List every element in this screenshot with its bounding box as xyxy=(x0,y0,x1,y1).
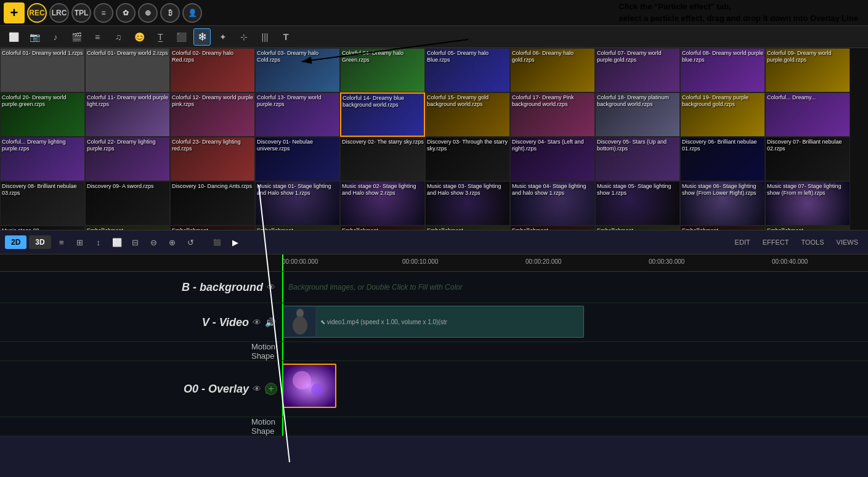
grid-item-4-6[interactable]: Embellishment... xyxy=(510,226,595,230)
grid-item-2-6[interactable]: Discovery 04- Stars (Left and right).rzp… xyxy=(510,137,595,181)
grid-item-1-4[interactable]: Colorful 14- Dreamy blue background worl… xyxy=(340,92,425,137)
grid-item-1-3[interactable]: Colorful 13- Dreamy world purple.rzps xyxy=(255,92,340,137)
tl-btn-square[interactable]: ⬜ xyxy=(109,234,125,250)
video-clip-label: ⬉ video1.mp4 (speed x 1.00, volume x 1.0… xyxy=(317,319,451,325)
mode-2d[interactable]: 2D xyxy=(5,235,26,249)
grid-item-2-2[interactable]: Colorful 23- Dreamy lighting red.rzps xyxy=(170,137,255,181)
grid-item-2-5[interactable]: Discovery 03- Through the starry sky.rzp… xyxy=(425,137,510,181)
hash-button[interactable]: ⊕ xyxy=(138,3,158,23)
grid-item-2-0[interactable]: Colorful... Dreamy lighting purple.rzps xyxy=(0,137,85,181)
track-video-audio[interactable]: 🔊 xyxy=(265,317,275,327)
grid-item-1-2[interactable]: Colorful 12- Dreamy world purple pink.rz… xyxy=(170,92,255,137)
media-btn-video[interactable]: 🎬 xyxy=(68,28,85,46)
media-btn-filter[interactable]: ♫ xyxy=(110,28,127,46)
grid-item-4-4[interactable]: Embellishment... xyxy=(340,226,425,230)
media-btn-monitor[interactable]: ⬜ xyxy=(5,28,22,46)
menu-effect[interactable]: EFFECT xyxy=(758,236,794,248)
add-track-button[interactable]: + xyxy=(265,383,277,395)
grid-item-0-7[interactable]: Colorful 07- Dreamy world purple.gold.rz… xyxy=(595,48,680,92)
grid-item-4-2[interactable]: Embellishment... xyxy=(170,226,255,230)
grid-item-1-8[interactable]: Colorful 19- Dreamy purple background go… xyxy=(680,92,765,137)
grid-item-3-4[interactable]: Music stage 02- Stage lighting and Halo … xyxy=(340,181,425,226)
grid-item-1-9[interactable]: Colorful... Dreamy... xyxy=(765,92,850,137)
rec-button[interactable]: REC xyxy=(27,3,47,23)
add-button[interactable]: + xyxy=(4,2,25,23)
grid-item-0-4[interactable]: Colorful 04- Dreamy halo Green.rzps xyxy=(340,48,425,92)
grid-item-2-8[interactable]: Discovery 06- Brilliant nebulae 01.rzps xyxy=(680,137,765,181)
menu-edit[interactable]: EDIT xyxy=(730,236,755,248)
media-btn-cross[interactable]: ⊹ xyxy=(235,28,253,46)
grid-item-label-2-9: Discovery 07- Brilliant nebulae 02.rzps xyxy=(767,139,850,152)
grid-item-3-9[interactable]: Music stage 07- Stage lighting show (Fro… xyxy=(765,181,850,226)
tl-btn-plus[interactable]: ⊕ xyxy=(164,234,180,250)
tl-btn-split[interactable]: ⊟ xyxy=(128,234,144,250)
grid-item-4-9[interactable]: Embellishment... xyxy=(765,226,850,230)
media-btn-text[interactable]: T̲ xyxy=(152,28,169,46)
grid-item-2-9[interactable]: Discovery 07- Brilliant nebulae 02.rzps xyxy=(765,137,850,181)
grid-item-2-7[interactable]: Discovery 05- Stars (Up and bottom).rzps xyxy=(595,137,680,181)
grid-item-3-1[interactable]: Discovery 09- A sword.rzps xyxy=(85,181,170,226)
grid-item-3-5[interactable]: Music stage 03- Stage lighting and Halo … xyxy=(425,181,510,226)
overlay-clip[interactable]: C xyxy=(282,364,336,408)
grid-item-3-3[interactable]: Music stage 01- Stage lighting and Halo … xyxy=(255,181,340,226)
media-btn-list[interactable]: ≡ xyxy=(89,28,106,46)
grid-item-0-6[interactable]: Colorful 06- Dreamy halo gold.rzps xyxy=(510,48,595,92)
track-overlay-eye[interactable]: 👁 xyxy=(253,384,261,394)
grid-item-4-7[interactable]: Embellishment... xyxy=(595,226,680,230)
grid-item-3-2[interactable]: Discovery 10- Dancing Ants.rzps xyxy=(170,181,255,226)
media-btn-star[interactable]: ✦ xyxy=(214,28,232,46)
grid-item-4-8[interactable]: Embellishment... xyxy=(680,226,765,230)
grid-item-4-0[interactable]: Music stage 08- ... xyxy=(0,226,85,230)
tl-btn-grid[interactable]: ⊞ xyxy=(72,234,88,250)
tl-btn-stop[interactable]: ⬛ xyxy=(209,234,225,250)
user-button[interactable]: 👤 xyxy=(182,3,202,23)
grid-item-2-3[interactable]: Discovery 01- Nebulae universe.rzps xyxy=(255,137,340,181)
tpl-button[interactable]: TPL xyxy=(71,3,91,23)
flower-button[interactable]: ✿ xyxy=(116,3,136,23)
grid-item-2-1[interactable]: Colorful 22- Dreamy lighting purple.rzps xyxy=(85,137,170,181)
grid-item-4-1[interactable]: Embellishment... xyxy=(85,226,170,230)
grid-item-0-9[interactable]: Colorful 09- Dreamy world purple.gold.rz… xyxy=(765,48,850,92)
tl-btn-arrow[interactable]: ↕ xyxy=(91,234,107,250)
tl-btn-list[interactable]: ≡ xyxy=(54,234,70,250)
list-button[interactable]: ≡ xyxy=(94,3,113,23)
grid-item-3-7[interactable]: Music stage 05- Stage lighting show 1.rz… xyxy=(595,181,680,226)
grid-item-2-4[interactable]: Discovery 02- The starry sky.rzps xyxy=(340,137,425,181)
video-clip[interactable]: ⬉ video1.mp4 (speed x 1.00, volume x 1.0… xyxy=(282,306,584,338)
grid-item-1-5[interactable]: Colorful 15- Dreamy gold background worl… xyxy=(425,92,510,137)
grid-item-0-1[interactable]: Colorful 01- Dreamy world 2.rzps xyxy=(85,48,170,92)
menu-tools[interactable]: TOOLS xyxy=(796,236,829,248)
grid-item-1-1[interactable]: Colorful 11- Dreamy world purple light.r… xyxy=(85,92,170,137)
grid-item-3-8[interactable]: Music stage 06- Stage lighting show (Fro… xyxy=(680,181,765,226)
grid-item-4-3[interactable]: Embellishment... xyxy=(255,226,340,230)
grid-item-0-8[interactable]: Colorful 08- Dreamy world purple blue.rz… xyxy=(680,48,765,92)
media-btn-music[interactable]: ♪ xyxy=(47,28,64,46)
grid-item-0-2[interactable]: Colorful 02- Dreamy halo Red.rzps xyxy=(170,48,255,92)
lrc-button[interactable]: LRC xyxy=(49,3,69,23)
grid-item-0-3[interactable]: Colorful 03- Dreamy halo Cold.rzps xyxy=(255,48,340,92)
grid-item-0-0[interactable]: Colorful 01- Dreamy world 1.rzps xyxy=(0,48,85,92)
track-background-eye[interactable]: 👁 xyxy=(267,282,275,292)
track-overlay-name: O0 - Overlay xyxy=(184,383,249,396)
grid-item-1-7[interactable]: Colorful 18- Dreamy platinum background … xyxy=(595,92,680,137)
btc-button[interactable]: ₿ xyxy=(160,3,180,23)
media-btn-bars[interactable]: ||| xyxy=(256,28,274,46)
tl-btn-undo[interactable]: ↺ xyxy=(183,234,199,250)
tl-btn-minus[interactable]: ⊖ xyxy=(146,234,162,250)
grid-item-1-0[interactable]: Colorful 20- Dreamy world purple.green.r… xyxy=(0,92,85,137)
particle-effect-tab[interactable]: ❄ xyxy=(193,28,211,46)
grid-item-4-5[interactable]: Embellishment... xyxy=(425,226,510,230)
media-btn-square[interactable]: ⬛ xyxy=(172,28,190,46)
grid-item-0-5[interactable]: Colorful 05- Dreamy halo Blue.rzps xyxy=(425,48,510,92)
media-btn-emoji[interactable]: 😊 xyxy=(131,28,148,46)
svg-point-6 xyxy=(293,371,311,389)
media-btn-T[interactable]: T xyxy=(277,28,294,46)
track-video-eye[interactable]: 👁 xyxy=(253,317,261,327)
mode-3d[interactable]: 3D xyxy=(29,235,51,249)
media-btn-photo[interactable]: 📷 xyxy=(26,28,43,46)
grid-item-1-6[interactable]: Colorful 17- Dreamy Pink background worl… xyxy=(510,92,595,137)
grid-item-3-6[interactable]: Music stage 04- Stage lighting and halo … xyxy=(510,181,595,226)
grid-item-3-0[interactable]: Discovery 08- Brilliant nebulae 03.rzps xyxy=(0,181,85,226)
tl-btn-play[interactable]: ▶ xyxy=(227,234,243,250)
menu-views[interactable]: VIEWS xyxy=(832,236,863,248)
